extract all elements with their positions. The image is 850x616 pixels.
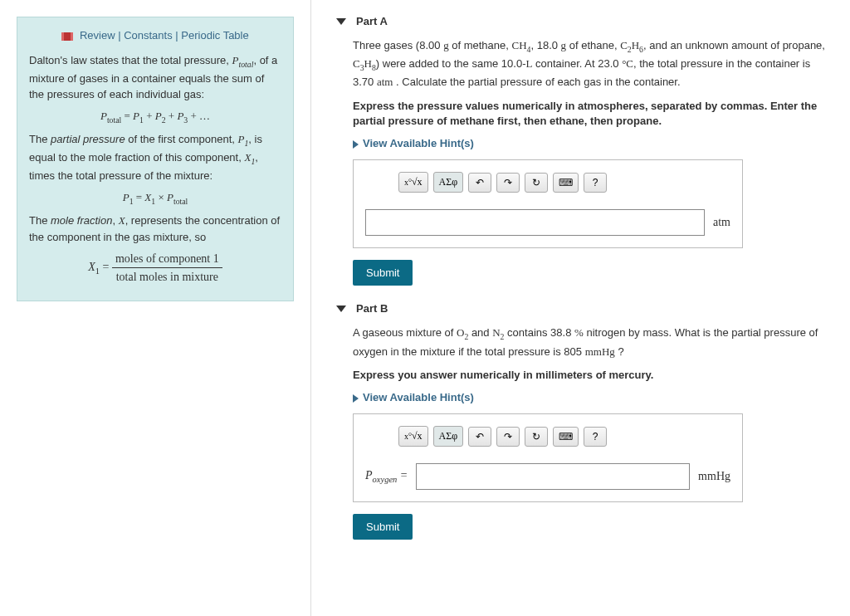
help-button[interactable]: ? bbox=[584, 427, 607, 447]
constants-link[interactable]: Constants bbox=[124, 29, 173, 42]
part-a: Part A Three gases (8.00 g of methane, C… bbox=[336, 15, 825, 286]
undo-button[interactable]: ↶ bbox=[468, 173, 491, 193]
part-a-unit: atm bbox=[713, 216, 730, 229]
top-links: Review | Constants | Periodic Table bbox=[29, 27, 281, 44]
review-link[interactable]: Review bbox=[80, 29, 115, 42]
part-a-input[interactable] bbox=[365, 209, 705, 236]
part-b-toolbar: x°√x ΑΣφ ↶ ↷ ↻ ⌨ ? bbox=[365, 426, 730, 447]
templates-button[interactable]: x°√x bbox=[398, 172, 428, 193]
reset-button[interactable]: ↻ bbox=[525, 427, 548, 447]
part-a-instruction: Express the pressure values numerically … bbox=[353, 99, 825, 129]
formula-partial: P1 = X1 × Ptotal bbox=[29, 189, 281, 208]
intro-p3: The mole fraction, X, represents the con… bbox=[29, 213, 281, 245]
greek-button[interactable]: ΑΣφ bbox=[433, 172, 464, 193]
part-b-question: A gaseous mixture of O2 and N2 contains … bbox=[353, 325, 825, 359]
formula-total: Ptotal = P1 + P2 + P3 + … bbox=[29, 108, 281, 126]
keyboard-button[interactable]: ⌨ bbox=[553, 173, 579, 193]
part-b-instruction: Express you answer numerically in millim… bbox=[353, 368, 825, 383]
greek-button[interactable]: ΑΣφ bbox=[433, 426, 464, 447]
redo-button[interactable]: ↷ bbox=[496, 173, 520, 193]
part-b-submit[interactable]: Submit bbox=[353, 514, 413, 540]
part-b-input[interactable] bbox=[416, 463, 690, 490]
formula-mole: X1 = moles of component 1total moles in … bbox=[29, 250, 281, 286]
hint-caret-icon bbox=[353, 140, 359, 149]
caret-down-icon bbox=[336, 306, 346, 312]
periodic-link[interactable]: Periodic Table bbox=[181, 29, 248, 42]
part-a-header[interactable]: Part A bbox=[336, 15, 825, 27]
part-a-hints[interactable]: View Available Hint(s) bbox=[353, 137, 825, 149]
reset-button[interactable]: ↻ bbox=[525, 173, 548, 193]
part-b-header[interactable]: Part B bbox=[336, 302, 825, 315]
undo-button[interactable]: ↶ bbox=[468, 427, 491, 447]
redo-button[interactable]: ↷ bbox=[496, 427, 520, 447]
part-b-answer-box: x°√x ΑΣφ ↶ ↷ ↻ ⌨ ? Poxygen = mmHg bbox=[353, 413, 743, 502]
part-b-prefix: Poxygen = bbox=[365, 469, 408, 484]
part-a-title: Part A bbox=[356, 15, 388, 27]
part-a-submit[interactable]: Submit bbox=[353, 260, 413, 286]
caret-down-icon bbox=[336, 18, 346, 25]
intro-box: Review | Constants | Periodic Table Dalt… bbox=[17, 17, 294, 301]
review-icon bbox=[61, 32, 73, 41]
left-panel: Review | Constants | Periodic Table Dalt… bbox=[0, 0, 311, 616]
help-button[interactable]: ? bbox=[584, 173, 607, 193]
part-b-title: Part B bbox=[356, 302, 388, 315]
part-b-unit: mmHg bbox=[698, 470, 730, 483]
part-b: Part B A gaseous mixture of O2 and N2 co… bbox=[336, 302, 825, 540]
part-a-question: Three gases (8.00 g of methane, CH4, 18.… bbox=[353, 37, 825, 90]
part-a-answer-box: x°√x ΑΣφ ↶ ↷ ↻ ⌨ ? atm bbox=[353, 159, 743, 248]
intro-p1: Dalton's law states that the total press… bbox=[29, 52, 281, 103]
hint-caret-icon bbox=[353, 394, 359, 403]
part-a-toolbar: x°√x ΑΣφ ↶ ↷ ↻ ⌨ ? bbox=[365, 172, 730, 193]
templates-button[interactable]: x°√x bbox=[398, 426, 428, 447]
keyboard-button[interactable]: ⌨ bbox=[553, 427, 579, 447]
right-panel: Part A Three gases (8.00 g of methane, C… bbox=[311, 0, 850, 616]
intro-p2: The partial pressure of the first compon… bbox=[29, 131, 281, 184]
part-b-hints[interactable]: View Available Hint(s) bbox=[353, 391, 825, 403]
